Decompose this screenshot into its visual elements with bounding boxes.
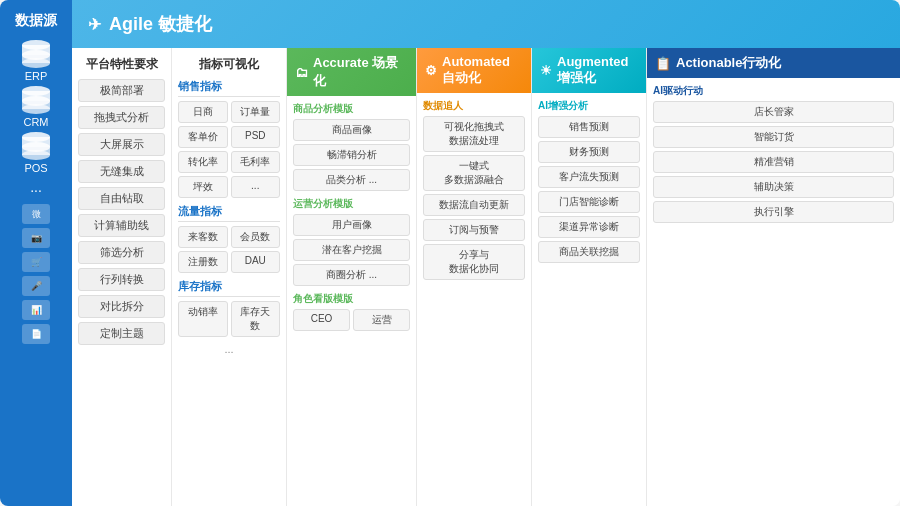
auto-订阅预警[interactable]: 订阅与预警 bbox=[423, 219, 525, 241]
feature-拖拽式分析[interactable]: 拖拽式分析 bbox=[78, 106, 165, 129]
aug-门店诊断[interactable]: 门店智能诊断 bbox=[538, 191, 640, 213]
mic-icon: 🎤 bbox=[22, 276, 50, 296]
pos-label: POS bbox=[24, 162, 47, 174]
feature-对比拆分[interactable]: 对比拆分 bbox=[78, 295, 165, 318]
sales-metrics-title: 销售指标 bbox=[178, 79, 280, 97]
traffic-metrics-title: 流量指标 bbox=[178, 204, 280, 222]
accurate-title: Accurate 场景化 bbox=[313, 54, 408, 90]
accurate-icon: 🗂 bbox=[295, 65, 308, 80]
metric-坪效[interactable]: 坪效 bbox=[178, 176, 228, 198]
col-accurate: 🗂 Accurate 场景化 商品分析模版 商品画像 畅滞销分析 品类分析 ..… bbox=[287, 48, 417, 506]
ai-enhance-label: AI增强分析 bbox=[538, 99, 640, 113]
col-metrics: 指标可视化 销售指标 日商 订单量 客单价 PSD 转化率 毛利率 坪效 ...… bbox=[172, 48, 287, 506]
col-augmented: ☀ Augmented 增强化 AI增强分析 销售预测 财务预测 客户流失预测 … bbox=[532, 48, 647, 506]
traffic-metrics-grid: 来客数 会员数 注册数 DAU bbox=[178, 226, 280, 273]
sales-metrics-grid: 日商 订单量 客单价 PSD 转化率 毛利率 坪效 ... bbox=[178, 101, 280, 198]
metric-转化率[interactable]: 转化率 bbox=[178, 151, 228, 173]
goods-section-label: 商品分析模版 bbox=[293, 102, 410, 116]
metric-毛利率[interactable]: 毛利率 bbox=[231, 151, 281, 173]
aug-财务预测[interactable]: 财务预测 bbox=[538, 141, 640, 163]
platform-title: 平台特性要求 bbox=[78, 56, 165, 73]
metric-日商[interactable]: 日商 bbox=[178, 101, 228, 123]
data-follow-label: 数据追人 bbox=[423, 99, 525, 113]
feature-大屏展示[interactable]: 大屏展示 bbox=[78, 133, 165, 156]
aug-商品关联[interactable]: 商品关联挖掘 bbox=[538, 241, 640, 263]
feature-自由钻取[interactable]: 自由钻取 bbox=[78, 187, 165, 210]
actionable-header: 📋 Actionable行动化 bbox=[647, 48, 900, 78]
metric-客单价[interactable]: 客单价 bbox=[178, 126, 228, 148]
actionable-icon: 📋 bbox=[655, 56, 671, 71]
augmented-title: Augmented 增强化 bbox=[557, 54, 638, 87]
scene-商品画像[interactable]: 商品画像 bbox=[293, 119, 410, 141]
scene-品类分析[interactable]: 品类分析 ... bbox=[293, 169, 410, 191]
action-执行引擎[interactable]: 执行引擎 bbox=[653, 201, 894, 223]
agile-header: ✈ Agile 敏捷化 bbox=[72, 0, 900, 48]
agile-title: Agile 敏捷化 bbox=[109, 12, 212, 36]
shop-icon: 🛒 bbox=[22, 252, 50, 272]
feature-无缝集成[interactable]: 无缝集成 bbox=[78, 160, 165, 183]
aug-销售预测[interactable]: 销售预测 bbox=[538, 116, 640, 138]
automated-title: Automated 自动化 bbox=[442, 54, 523, 87]
feature-筛选分析[interactable]: 筛选分析 bbox=[78, 241, 165, 264]
col-platform: 平台特性要求 极简部署 拖拽式分析 大屏展示 无缝集成 自由钻取 计算辅助线 筛… bbox=[72, 48, 172, 506]
sidebar-item-pos[interactable]: POS bbox=[18, 132, 54, 174]
ai-drive-label: AI驱动行动 bbox=[653, 84, 894, 98]
auto-可视化拖拽[interactable]: 可视化拖拽式数据流处理 bbox=[423, 116, 525, 152]
ops-section-label: 运营分析模版 bbox=[293, 197, 410, 211]
feature-定制主题[interactable]: 定制主题 bbox=[78, 322, 165, 345]
role-row: CEO 运营 bbox=[293, 309, 410, 331]
metric-库存天数[interactable]: 库存天数 bbox=[231, 301, 281, 337]
svg-point-9 bbox=[22, 104, 50, 114]
sidebar-item-erp[interactable]: ERP bbox=[18, 40, 54, 82]
agile-icon: ✈ bbox=[88, 15, 101, 34]
role-运营[interactable]: 运营 bbox=[353, 309, 410, 331]
erp-icon bbox=[18, 40, 54, 68]
role-CEO[interactable]: CEO bbox=[293, 309, 350, 331]
scene-畅滞销分析[interactable]: 畅滞销分析 bbox=[293, 144, 410, 166]
aug-客户流失[interactable]: 客户流失预测 bbox=[538, 166, 640, 188]
metric-PSD[interactable]: PSD bbox=[231, 126, 281, 148]
scene-用户画像[interactable]: 用户画像 bbox=[293, 214, 410, 236]
action-智能订货[interactable]: 智能订货 bbox=[653, 126, 894, 148]
metric-会员数[interactable]: 会员数 bbox=[231, 226, 281, 248]
camera-icon: 📷 bbox=[22, 228, 50, 248]
feature-行列转换[interactable]: 行列转换 bbox=[78, 268, 165, 291]
accurate-body: 商品分析模版 商品画像 畅滞销分析 品类分析 ... 运营分析模版 用户画像 潜… bbox=[287, 96, 416, 506]
feature-计算辅助线[interactable]: 计算辅助线 bbox=[78, 214, 165, 237]
doc-icon: 📄 bbox=[22, 324, 50, 344]
crm-label: CRM bbox=[23, 116, 48, 128]
auto-数据流更新[interactable]: 数据流自动更新 bbox=[423, 194, 525, 216]
metric-注册数[interactable]: 注册数 bbox=[178, 251, 228, 273]
scene-商圈分析[interactable]: 商圈分析 ... bbox=[293, 264, 410, 286]
sidebar-title: 数据源 bbox=[15, 0, 57, 40]
metric-动销率[interactable]: 动销率 bbox=[178, 301, 228, 337]
metric-dots1: ... bbox=[231, 176, 281, 198]
col-actionable: 📋 Actionable行动化 AI驱动行动 店长管家 智能订货 精准营销 辅助… bbox=[647, 48, 900, 506]
svg-point-14 bbox=[22, 150, 50, 160]
sidebar-item-crm[interactable]: CRM bbox=[18, 86, 54, 128]
main-container: 数据源 ERP bbox=[0, 0, 900, 506]
action-店长管家[interactable]: 店长管家 bbox=[653, 101, 894, 123]
excel-icon: 📊 bbox=[22, 300, 50, 320]
feature-极简部署[interactable]: 极简部署 bbox=[78, 79, 165, 102]
automated-header: ⚙ Automated 自动化 bbox=[417, 48, 531, 93]
metric-订单量[interactable]: 订单量 bbox=[231, 101, 281, 123]
aug-渠道诊断[interactable]: 渠道异常诊断 bbox=[538, 216, 640, 238]
col-automated: ⚙ Automated 自动化 数据追人 可视化拖拽式数据流处理 一键式多数据源… bbox=[417, 48, 532, 506]
inventory-metrics-grid: 动销率 库存天数 bbox=[178, 301, 280, 337]
crm-icon bbox=[18, 86, 54, 114]
accurate-header: 🗂 Accurate 场景化 bbox=[287, 48, 416, 96]
metric-DAU[interactable]: DAU bbox=[231, 251, 281, 273]
svg-point-4 bbox=[22, 58, 50, 68]
sidebar: 数据源 ERP bbox=[0, 0, 72, 506]
augmented-header: ☀ Augmented 增强化 bbox=[532, 48, 646, 93]
action-辅助决策[interactable]: 辅助决策 bbox=[653, 176, 894, 198]
action-精准营销[interactable]: 精准营销 bbox=[653, 151, 894, 173]
metric-来客数[interactable]: 来客数 bbox=[178, 226, 228, 248]
scene-潜在客户挖掘[interactable]: 潜在客户挖掘 bbox=[293, 239, 410, 261]
actionable-body: AI驱动行动 店长管家 智能订货 精准营销 辅助决策 执行引擎 bbox=[647, 78, 900, 506]
inventory-metrics-title: 库存指标 bbox=[178, 279, 280, 297]
auto-分享协同[interactable]: 分享与数据化协同 bbox=[423, 244, 525, 280]
automated-icon: ⚙ bbox=[425, 63, 437, 78]
auto-一键式[interactable]: 一键式多数据源融合 bbox=[423, 155, 525, 191]
